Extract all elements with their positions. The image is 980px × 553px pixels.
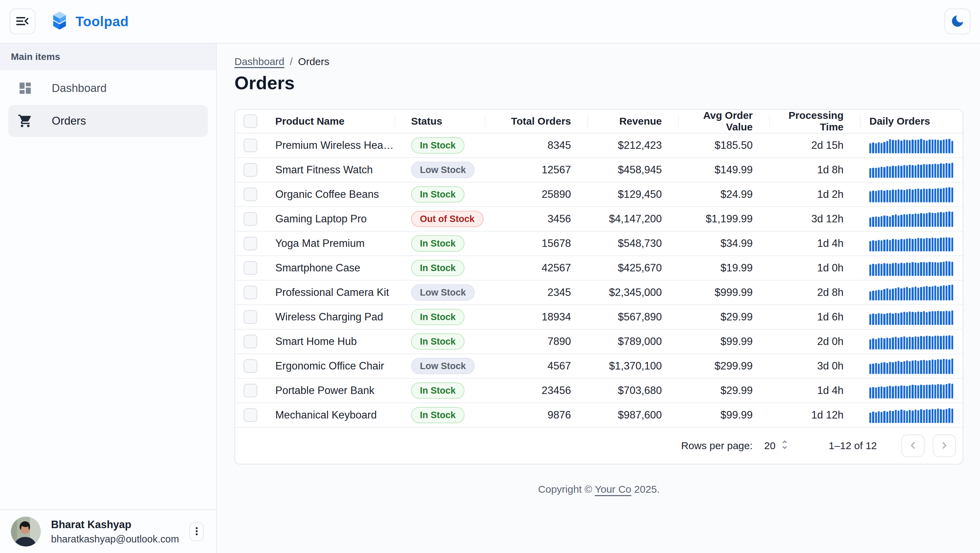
shopping-cart-icon	[18, 113, 33, 128]
processing-time-cell: 1d 4h	[770, 379, 861, 403]
user-avatar	[11, 516, 41, 547]
daily-orders-sparkline	[869, 407, 953, 423]
processing-time-cell: 3d 0h	[770, 354, 861, 378]
brand[interactable]: Toolpad	[51, 11, 129, 32]
processing-time-cell: 1d 0h	[770, 256, 861, 280]
avg-order-value-cell: $34.99	[679, 231, 770, 255]
theme-toggle-button[interactable]	[945, 8, 970, 34]
product-name-cell: Wireless Charging Pad	[275, 311, 383, 323]
table-row[interactable]: Portable Power Bank In Stock 23456 $703,…	[235, 379, 963, 403]
collapse-sidebar-button[interactable]	[10, 8, 35, 34]
chevron-left-icon	[906, 438, 920, 453]
column-header-product-name[interactable]: Product Name	[266, 110, 395, 133]
row-checkbox[interactable]	[243, 359, 257, 373]
daily-orders-sparkline	[869, 334, 953, 349]
table-row[interactable]: Premium Wireless Headp... In Stock 8345 …	[235, 134, 963, 158]
total-orders-cell: 9876	[485, 403, 588, 427]
row-checkbox[interactable]	[243, 237, 257, 250]
menu-collapse-icon	[14, 13, 30, 30]
status-badge: Low Stock	[411, 162, 475, 178]
avg-order-value-cell: $299.99	[679, 354, 770, 378]
select-all-checkbox[interactable]	[243, 115, 257, 128]
user-email: bharatkashyap@outlook.com	[51, 534, 179, 545]
column-header-revenue[interactable]: Revenue	[588, 110, 679, 133]
dashboard-icon	[18, 81, 33, 96]
total-orders-cell: 8345	[485, 134, 588, 157]
product-name-cell: Smartphone Case	[275, 262, 360, 274]
status-badge: Out of Stock	[411, 211, 484, 227]
revenue-cell: $703,680	[588, 379, 679, 403]
breadcrumb-link-dashboard[interactable]: Dashboard	[234, 56, 285, 67]
daily-orders-sparkline	[869, 162, 953, 178]
daily-orders-sparkline	[869, 285, 953, 300]
column-header-processing-time[interactable]: Processing Time	[770, 110, 861, 133]
column-header-avg-order-value[interactable]: Avg Order Value	[679, 110, 770, 133]
revenue-cell: $129,450	[588, 183, 679, 206]
breadcrumb: Dashboard / Orders	[234, 56, 963, 67]
revenue-cell: $987,600	[588, 403, 679, 427]
sidebar-nav: Dashboard Orders	[0, 70, 216, 137]
processing-time-cell: 1d 4h	[770, 231, 861, 255]
row-checkbox[interactable]	[243, 163, 257, 177]
table-row[interactable]: Gaming Laptop Pro Out of Stock 3456 $4,1…	[235, 207, 963, 231]
status-badge: Low Stock	[411, 284, 475, 301]
row-checkbox[interactable]	[243, 335, 257, 348]
product-name-cell: Gaming Laptop Pro	[275, 213, 367, 225]
total-orders-cell: 25890	[485, 183, 588, 206]
row-checkbox[interactable]	[243, 286, 257, 299]
row-checkbox[interactable]	[243, 212, 257, 226]
table-row[interactable]: Organic Coffee Beans In Stock 25890 $129…	[235, 183, 963, 207]
column-header-total-orders[interactable]: Total Orders	[485, 110, 588, 133]
daily-orders-sparkline	[869, 383, 953, 398]
row-checkbox[interactable]	[243, 188, 257, 201]
processing-time-cell: 2d 8h	[770, 280, 861, 304]
row-checkbox[interactable]	[243, 139, 257, 152]
copyright-suffix: 2025.	[631, 483, 659, 495]
sidebar-item-orders[interactable]: Orders	[8, 105, 208, 137]
avg-order-value-cell: $999.99	[679, 280, 770, 304]
daily-orders-sparkline	[869, 137, 953, 153]
revenue-cell: $2,345,000	[588, 280, 679, 304]
rows-per-page-select[interactable]: 20	[764, 439, 791, 453]
total-orders-cell: 2345	[485, 280, 588, 304]
revenue-cell: $212,423	[588, 134, 679, 157]
daily-orders-sparkline	[869, 211, 953, 227]
avg-order-value-cell: $99.99	[679, 330, 770, 354]
previous-page-button[interactable]	[901, 435, 924, 457]
daily-orders-sparkline	[869, 358, 953, 374]
table-body: Premium Wireless Headp... In Stock 8345 …	[235, 134, 963, 428]
row-checkbox[interactable]	[243, 384, 257, 397]
total-orders-cell: 12567	[485, 158, 588, 182]
company-link[interactable]: Your Co	[595, 483, 631, 495]
table-row[interactable]: Ergonomic Office Chair Low Stock 4567 $1…	[235, 354, 963, 379]
revenue-cell: $458,945	[588, 158, 679, 182]
table-row[interactable]: Wireless Charging Pad In Stock 18934 $56…	[235, 305, 963, 330]
revenue-cell: $1,370,100	[588, 354, 679, 378]
next-page-button[interactable]	[933, 435, 956, 457]
status-badge: In Stock	[411, 260, 465, 276]
table-row[interactable]: Mechanical Keyboard In Stock 9876 $987,6…	[235, 403, 963, 428]
sidebar-item-dashboard[interactable]: Dashboard	[8, 72, 208, 104]
table-row[interactable]: Smart Fitness Watch Low Stock 12567 $458…	[235, 158, 963, 183]
pagination-range: 1–12 of 12	[829, 440, 877, 451]
row-checkbox[interactable]	[243, 261, 257, 275]
table-header-row: Product Name Status Total Orders Revenue…	[235, 110, 963, 134]
toolpad-logo-icon	[51, 11, 68, 32]
user-menu-button[interactable]	[189, 522, 204, 541]
column-header-status[interactable]: Status	[395, 110, 485, 133]
avg-order-value-cell: $29.99	[679, 379, 770, 403]
table-row[interactable]: Professional Camera Kit Low Stock 2345 $…	[235, 280, 963, 305]
table-row[interactable]: Smartphone Case In Stock 42567 $425,670 …	[235, 256, 963, 280]
row-checkbox[interactable]	[243, 408, 257, 422]
column-header-daily-orders[interactable]: Daily Orders	[861, 110, 963, 133]
total-orders-cell: 7890	[485, 330, 588, 354]
total-orders-cell: 18934	[485, 305, 588, 329]
table-row[interactable]: Yoga Mat Premium In Stock 15678 $548,730…	[235, 231, 963, 256]
table-row[interactable]: Smart Home Hub In Stock 7890 $789,000 $9…	[235, 330, 963, 354]
revenue-cell: $548,730	[588, 231, 679, 255]
row-checkbox[interactable]	[243, 310, 257, 324]
moon-icon	[950, 14, 965, 30]
copyright-prefix: Copyright ©	[538, 483, 595, 495]
daily-orders-sparkline	[869, 260, 953, 276]
avg-order-value-cell: $24.99	[679, 183, 770, 206]
